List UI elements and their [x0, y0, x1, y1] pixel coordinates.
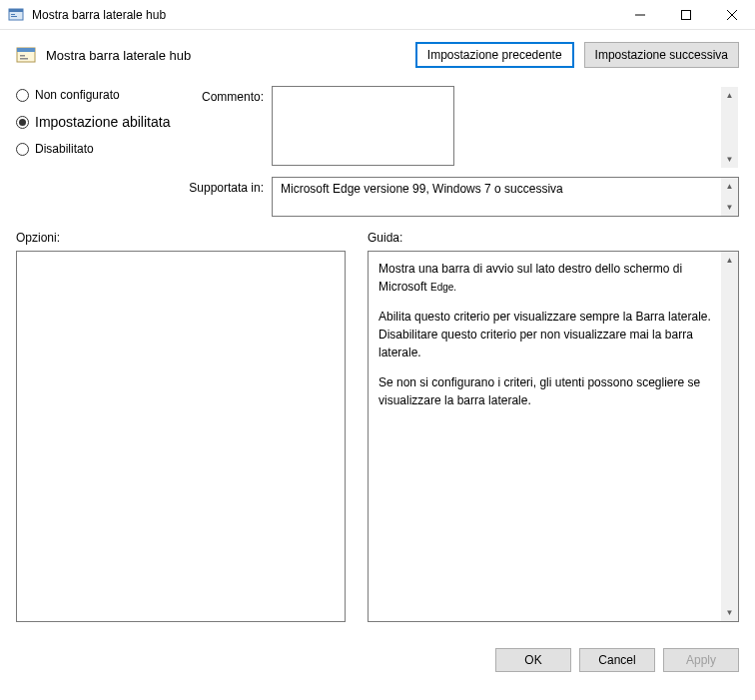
dialog-footer: OK Cancel Apply [0, 634, 755, 686]
svg-rect-3 [11, 16, 17, 17]
close-button[interactable] [709, 0, 755, 30]
options-label: Opzioni: [16, 231, 346, 245]
svg-rect-1 [9, 9, 23, 12]
scroll-down-icon[interactable]: ▼ [721, 151, 738, 168]
scrollbar[interactable]: ▲ ▼ [721, 87, 738, 168]
guide-paragraph: Mostra una barra di avvio sul lato destr… [378, 260, 718, 296]
scroll-up-icon[interactable]: ▲ [721, 178, 738, 195]
supported-label: Supportata in: [184, 177, 264, 195]
scroll-down-icon[interactable]: ▼ [721, 604, 738, 621]
guide-paragraph: Se non si configurano i criteri, gli ute… [378, 373, 718, 409]
scrollbar[interactable]: ▲ ▼ [721, 178, 738, 216]
svg-rect-11 [20, 58, 28, 60]
ok-button[interactable]: OK [495, 648, 571, 672]
next-setting-button[interactable]: Impostazione successiva [584, 42, 739, 68]
radio-icon [16, 89, 29, 102]
radio-icon [16, 116, 29, 129]
supported-on-text: Microsoft Edge versione 99, Windows 7 o … [281, 182, 563, 196]
guide-text: Edge. [430, 282, 456, 293]
cancel-button[interactable]: Cancel [579, 648, 655, 672]
minimize-button[interactable] [617, 0, 663, 30]
app-icon [8, 7, 24, 23]
svg-rect-10 [20, 55, 25, 57]
radio-label: Impostazione abilitata [35, 114, 170, 130]
guide-paragraph: Abilita questo criterio per visualizzare… [378, 308, 718, 361]
radio-disabled[interactable]: Disabilitato [16, 142, 176, 156]
guide-panel: Mostra una barra di avvio sul lato destr… [368, 251, 739, 622]
comment-textarea[interactable] [272, 86, 454, 166]
apply-button[interactable]: Apply [663, 648, 739, 672]
radio-label: Disabilitato [35, 142, 94, 156]
radio-not-configured[interactable]: Non configurato [16, 88, 176, 102]
page-title: Mostra barra laterale hub [46, 48, 405, 63]
scroll-down-icon[interactable]: ▼ [721, 199, 738, 216]
svg-rect-5 [682, 10, 691, 19]
policy-icon [16, 45, 36, 65]
options-panel [16, 251, 346, 622]
window-title: Mostra barra laterale hub [32, 8, 617, 22]
svg-rect-9 [17, 48, 35, 52]
radio-icon [16, 143, 29, 156]
scrollbar[interactable]: ▲ ▼ [721, 252, 738, 621]
header-row: Mostra barra laterale hub Impostazione p… [16, 42, 739, 68]
comment-label: Commento: [184, 86, 264, 104]
guide-text: Mostra una barra di avvio sul lato destr… [378, 262, 682, 294]
titlebar: Mostra barra laterale hub [0, 0, 755, 30]
radio-label: Non configurato [35, 88, 120, 102]
supported-on-box: Microsoft Edge versione 99, Windows 7 o … [272, 177, 739, 217]
previous-setting-button[interactable]: Impostazione precedente [415, 42, 574, 68]
window-controls [617, 0, 755, 30]
svg-rect-2 [11, 14, 15, 15]
radio-enabled[interactable]: Impostazione abilitata [16, 114, 176, 130]
maximize-button[interactable] [663, 0, 709, 30]
guide-label: Guida: [368, 231, 739, 245]
scroll-up-icon[interactable]: ▲ [721, 87, 738, 104]
scroll-up-icon[interactable]: ▲ [721, 252, 738, 269]
